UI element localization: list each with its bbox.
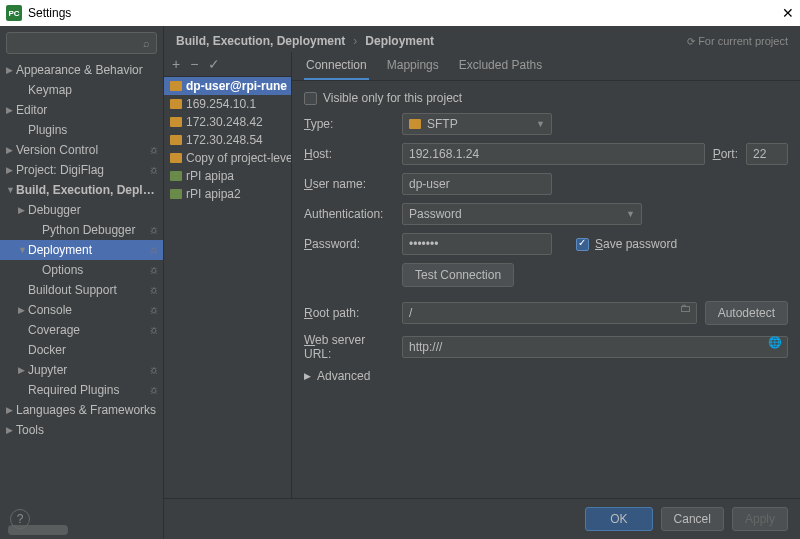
password-label: Password:: [304, 237, 394, 251]
set-default-button[interactable]: ✓: [208, 56, 220, 72]
auth-select[interactable]: Password▼: [402, 203, 642, 225]
server-icon: [170, 135, 182, 145]
nav-coverage[interactable]: Coverage⛭: [0, 320, 163, 340]
server-list: + − ✓ dp-user@rpi-rune 169.254.10.1 172.…: [164, 52, 292, 498]
password-field[interactable]: [402, 233, 552, 255]
gear-icon: ⛭: [149, 225, 159, 236]
server-icon: [170, 153, 182, 163]
server-item[interactable]: 169.254.10.1: [164, 95, 291, 113]
auth-label: Authentication:: [304, 207, 394, 221]
gear-icon: ⛭: [149, 385, 159, 396]
root-path-field[interactable]: [402, 302, 697, 324]
server-item[interactable]: rPI apipa: [164, 167, 291, 185]
tab-mappings[interactable]: Mappings: [385, 52, 441, 80]
gear-icon: ⛭: [149, 265, 159, 276]
tab-connection[interactable]: Connection: [304, 52, 369, 80]
settings-sidebar: ⌕ ▶Appearance & Behavior Keymap ▶Editor …: [0, 26, 164, 539]
port-field[interactable]: [746, 143, 788, 165]
nav-vcs[interactable]: ▶Version Control⛭: [0, 140, 163, 160]
gear-icon: ⛭: [149, 165, 159, 176]
nav-appearance[interactable]: ▶Appearance & Behavior: [0, 60, 163, 80]
nav-keymap[interactable]: Keymap: [0, 80, 163, 100]
server-item[interactable]: dp-user@rpi-rune: [164, 77, 291, 95]
server-icon: [170, 189, 182, 199]
nav-buildout[interactable]: Buildout Support⛭: [0, 280, 163, 300]
server-icon: [170, 81, 182, 91]
nav-jupyter[interactable]: ▶Jupyter⛭: [0, 360, 163, 380]
server-item[interactable]: Copy of project-level serv: [164, 149, 291, 167]
nav-editor[interactable]: ▶Editor: [0, 100, 163, 120]
server-icon: [170, 171, 182, 181]
close-icon[interactable]: ✕: [782, 5, 794, 21]
folder-icon[interactable]: 🗀: [680, 302, 691, 314]
nav-options[interactable]: Options⛭: [0, 260, 163, 280]
server-icon: [170, 117, 182, 127]
chevron-right-icon: ›: [353, 34, 357, 48]
nav-debugger[interactable]: ▶Debugger: [0, 200, 163, 220]
app-icon: PC: [6, 5, 22, 21]
web-url-field[interactable]: [402, 336, 788, 358]
title-bar: PC Settings ✕: [0, 0, 800, 26]
gear-icon: ⛭: [149, 285, 159, 296]
breadcrumb: Build, Execution, Deployment › Deploymen…: [164, 26, 800, 52]
advanced-section[interactable]: ▶Advanced: [304, 369, 788, 383]
search-box[interactable]: ⌕: [6, 32, 157, 54]
add-server-button[interactable]: +: [172, 56, 180, 72]
nav-console[interactable]: ▶Console⛭: [0, 300, 163, 320]
caret-down-icon: ▼: [626, 209, 635, 219]
test-connection-button[interactable]: Test Connection: [402, 263, 514, 287]
nav-langs[interactable]: ▶Languages & Frameworks: [0, 400, 163, 420]
username-label: User name:: [304, 177, 394, 191]
gear-icon: ⛭: [149, 145, 159, 156]
type-label: Type:: [304, 117, 394, 131]
search-icon: ⌕: [143, 37, 150, 49]
chevron-right-icon: ▶: [304, 371, 311, 381]
gear-icon: ⛭: [149, 305, 159, 316]
nav-deployment[interactable]: ▼Deployment⛭: [0, 240, 163, 260]
for-current-project: For current project: [687, 35, 788, 47]
server-item[interactable]: 172.30.248.42: [164, 113, 291, 131]
globe-icon[interactable]: 🌐: [768, 336, 782, 349]
server-icon: [409, 119, 421, 129]
tab-excluded[interactable]: Excluded Paths: [457, 52, 544, 80]
root-path-label: Root path:: [304, 306, 394, 320]
host-label: Host:: [304, 147, 394, 161]
gear-icon: ⛭: [149, 245, 159, 256]
server-item[interactable]: 172.30.248.54: [164, 131, 291, 149]
window-title: Settings: [28, 6, 71, 20]
cancel-button[interactable]: Cancel: [661, 507, 724, 531]
save-password-checkbox[interactable]: ✓Save password: [576, 237, 677, 251]
type-select[interactable]: SFTP▼: [402, 113, 552, 135]
apply-button[interactable]: Apply: [732, 507, 788, 531]
host-field[interactable]: [402, 143, 705, 165]
visible-only-checkbox[interactable]: Visible only for this project: [304, 91, 462, 105]
nav-build[interactable]: ▼Build, Execution, Deployment: [0, 180, 163, 200]
gear-icon: ⛭: [149, 365, 159, 376]
nav-pydebugger[interactable]: Python Debugger⛭: [0, 220, 163, 240]
gear-icon: ⛭: [149, 325, 159, 336]
web-url-label: Web server URL:: [304, 333, 394, 361]
nav-tools[interactable]: ▶Tools: [0, 420, 163, 440]
username-field[interactable]: [402, 173, 552, 195]
nav-docker[interactable]: Docker: [0, 340, 163, 360]
server-icon: [170, 99, 182, 109]
autodetect-button[interactable]: Autodetect: [705, 301, 788, 325]
port-label: Port:: [713, 147, 738, 161]
nav-project[interactable]: ▶Project: DigiFlag⛭: [0, 160, 163, 180]
nav-reqplugins[interactable]: Required Plugins⛭: [0, 380, 163, 400]
remove-server-button[interactable]: −: [190, 56, 198, 72]
server-item[interactable]: rPI apipa2: [164, 185, 291, 203]
ok-button[interactable]: OK: [585, 507, 652, 531]
help-button[interactable]: ?: [10, 509, 30, 529]
nav-plugins[interactable]: Plugins: [0, 120, 163, 140]
search-input[interactable]: [13, 36, 143, 50]
caret-down-icon: ▼: [536, 119, 545, 129]
